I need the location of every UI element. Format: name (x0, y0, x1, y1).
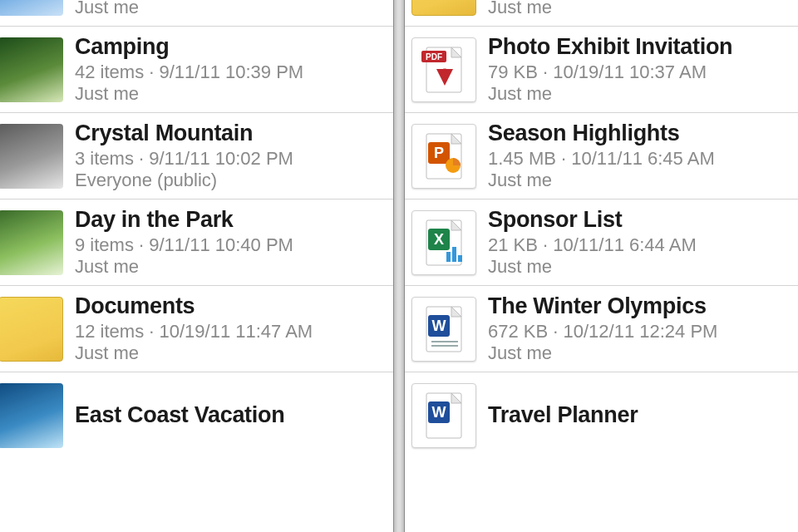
list-item[interactable]: P Season Highlights 1.45 MB · 10/11/11 6… (405, 113, 798, 200)
list-item[interactable]: W Travel Planner (405, 372, 798, 459)
list-item[interactable]: W The Winter Olympics 672 KB · 10/12/11 … (405, 286, 798, 372)
album-thumbnail-icon (0, 0, 63, 16)
item-share: Just me (488, 342, 796, 364)
word-file-icon: W (411, 297, 476, 362)
list-item-info: Crystal Mountain 3 items · 9/11/11 10:02… (75, 121, 383, 191)
folder-icon (0, 297, 63, 362)
list-item-info: Winter Olympics 2 items · 10/19/11 11:29… (488, 0, 796, 18)
list-item[interactable]: Day in the Park 9 items · 9/11/11 10:40 … (0, 200, 393, 286)
list-item[interactable]: PDF Photo Exhibit Invitation 79 KB · 10/… (405, 27, 798, 113)
excel-file-icon: X (411, 210, 476, 275)
item-title: Photo Exhibit Invitation (488, 34, 796, 60)
item-share: Just me (488, 256, 796, 278)
item-share: Just me (75, 256, 383, 278)
item-title: Documents (75, 293, 383, 319)
list-item-info: Documents 12 items · 10/19/11 11:47 AM J… (75, 293, 383, 364)
item-share: Just me (488, 83, 796, 105)
list-item-info: Season Highlights 1.45 MB · 10/11/11 6:4… (488, 121, 796, 191)
album-thumbnail-icon (0, 383, 63, 448)
svg-rect-13 (446, 252, 451, 262)
column-divider (393, 0, 405, 532)
svg-text:X: X (434, 231, 444, 248)
item-share: Just me (488, 170, 796, 191)
item-title: Season Highlights (488, 121, 796, 146)
list-item-info: California Road Trip 23 items · 9/11/11 … (75, 0, 383, 18)
right-column: Winter Olympics 2 items · 10/19/11 11:29… (405, 0, 798, 532)
list-item[interactable]: Winter Olympics 2 items · 10/19/11 11:29… (405, 0, 798, 27)
list-item-info: Photo Exhibit Invitation 79 KB · 10/19/1… (488, 34, 796, 105)
list-item-info: Sponsor List 21 KB · 10/11/11 6:44 AM Ju… (488, 207, 796, 278)
svg-text:W: W (432, 318, 446, 334)
svg-rect-15 (458, 255, 462, 262)
item-meta: 9 items · 9/11/11 10:40 PM (75, 234, 383, 256)
item-meta: 12 items · 10/19/11 11:47 AM (75, 321, 383, 342)
item-title: East Coast Vacation (75, 402, 383, 428)
list-item[interactable]: Camping 42 items · 9/11/11 10:39 PM Just… (0, 27, 393, 113)
album-thumbnail-icon (0, 210, 63, 275)
album-thumbnail-icon (0, 124, 63, 189)
album-thumbnail-icon (0, 37, 63, 102)
list-item-info: The Winter Olympics 672 KB · 10/12/11 12… (488, 293, 796, 364)
item-share: Everyone (public) (75, 170, 383, 191)
item-title: The Winter Olympics (488, 293, 796, 319)
list-item[interactable]: X Sponsor List 21 KB · 10/11/11 6:44 AM … (405, 200, 798, 286)
item-title: Day in the Park (75, 207, 383, 233)
item-meta: 42 items · 9/11/11 10:39 PM (75, 62, 383, 83)
word-file-icon: W (411, 383, 476, 448)
svg-rect-14 (452, 247, 456, 262)
item-share: Just me (75, 83, 383, 105)
list-item-info: Day in the Park 9 items · 9/11/11 10:40 … (75, 207, 383, 278)
item-meta: 21 KB · 10/11/11 6:44 AM (488, 234, 796, 256)
item-title: Travel Planner (488, 402, 796, 428)
item-title: Sponsor List (488, 207, 796, 233)
svg-text:W: W (432, 404, 446, 421)
item-share: Just me (75, 0, 383, 18)
folder-icon (411, 0, 476, 16)
item-meta: 3 items · 9/11/11 10:02 PM (75, 148, 383, 170)
list-item[interactable]: Crystal Mountain 3 items · 9/11/11 10:02… (0, 113, 393, 200)
item-share: Just me (488, 0, 796, 18)
list-item-info: Camping 42 items · 9/11/11 10:39 PM Just… (75, 34, 383, 105)
item-title: Camping (75, 34, 383, 60)
item-meta: 672 KB · 10/12/11 12:24 PM (488, 321, 796, 342)
left-column: California Road Trip 23 items · 9/11/11 … (0, 0, 393, 532)
svg-text:PDF: PDF (426, 52, 442, 62)
item-share: Just me (75, 342, 383, 364)
item-meta: 79 KB · 10/19/11 10:37 AM (488, 62, 796, 83)
list-item-info: Travel Planner (488, 402, 796, 430)
item-title: Crystal Mountain (75, 121, 383, 146)
powerpoint-file-icon: P (411, 124, 476, 189)
list-item[interactable]: East Coast Vacation (0, 372, 393, 459)
pdf-file-icon: PDF (411, 37, 476, 102)
list-item[interactable]: California Road Trip 23 items · 9/11/11 … (0, 0, 393, 27)
svg-text:P: P (434, 145, 444, 161)
list-item[interactable]: Documents 12 items · 10/19/11 11:47 AM J… (0, 286, 393, 372)
item-meta: 1.45 MB · 10/11/11 6:45 AM (488, 148, 796, 170)
list-item-info: East Coast Vacation (75, 402, 383, 430)
